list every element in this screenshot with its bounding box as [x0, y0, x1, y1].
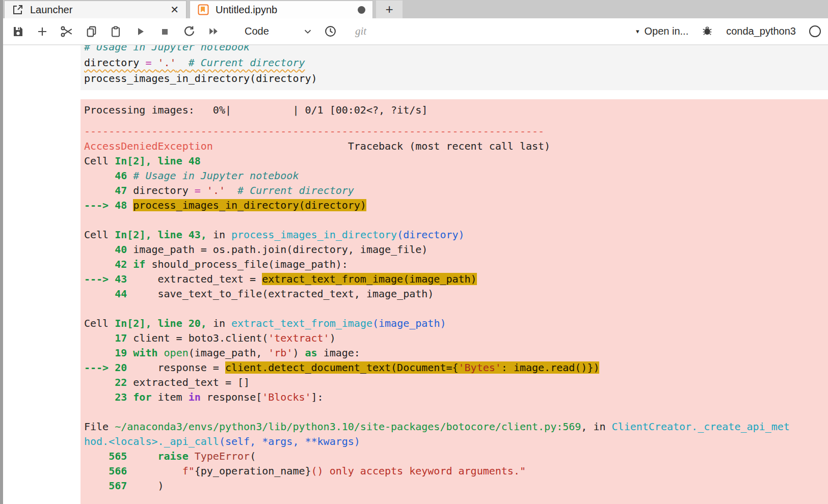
code-line	[84, 213, 828, 228]
run-cell-button[interactable]	[132, 24, 148, 39]
code-line: hod.<locals>._api_call(self, *args, **kw…	[84, 434, 828, 449]
code-line: 40 image_path = os.path.join(directory, …	[84, 242, 828, 257]
code-span: # Usage in Jupyter notebook	[84, 45, 250, 53]
code-line: Processing images: 0%| | 0/1 [00:02<?, ?…	[84, 103, 828, 118]
code-span: 40	[84, 243, 133, 256]
code-span: (directory)	[397, 229, 464, 241]
code-span: Cell	[84, 229, 115, 241]
code-line: AccessDeniedException Traceback (most re…	[84, 139, 828, 154]
code-line: 22 extracted_text = []	[84, 375, 828, 390]
code-line: # Usage in Jupyter notebook	[84, 45, 828, 55]
code-span: )	[133, 480, 164, 492]
code-span: () only accepts keyword arguments."	[311, 465, 526, 477]
code-line	[84, 301, 828, 316]
code-span: AccessDeniedException	[84, 140, 213, 152]
code-span: process_images_in_directory(directory)	[133, 199, 366, 211]
code-span: open	[164, 347, 189, 359]
code-span: 'Blocks'	[262, 391, 311, 403]
code-line: 47 directory = '.' # Current directory	[84, 183, 828, 198]
jupyterlab-window: Launcher ✕ Untitled.ipynb +	[0, 0, 828, 504]
code-span: raise	[158, 450, 195, 462]
restart-kernel-button[interactable]	[181, 24, 197, 39]
code-span: client = boto3.client(	[133, 332, 268, 344]
history-clock-icon[interactable]	[323, 24, 338, 39]
code-span: response =	[133, 361, 225, 374]
kernel-name[interactable]: conda_python3	[726, 25, 796, 37]
code-span: with	[133, 347, 164, 359]
notebook-toolbar: Code git ▾ Open in... conda_python3	[0, 18, 828, 45]
code-span: '.'	[158, 57, 176, 69]
code-span: In[2], line 48	[115, 155, 201, 167]
cell-type-dropdown[interactable]: Code	[245, 25, 313, 37]
open-in-dropdown[interactable]: ▾ Open in...	[636, 25, 688, 37]
code-span: 'textract'	[268, 332, 329, 344]
code-span	[176, 57, 189, 69]
code-span	[201, 184, 207, 197]
code-span	[133, 450, 157, 462]
code-span: 565	[84, 450, 133, 462]
code-line: 46 # Usage in Jupyter notebook	[84, 169, 828, 183]
new-tab-button[interactable]: +	[376, 1, 403, 18]
traceback-text: ----------------------------------------…	[84, 124, 828, 493]
code-span: Processing images: 0%| | 0/1 [00:02<?, ?…	[84, 104, 428, 116]
input-code: # Usage in Jupyter notebookdirectory = '…	[84, 45, 828, 87]
debugger-bug-icon[interactable]	[702, 25, 713, 38]
tab-launcher[interactable]: Launcher ✕	[4, 1, 186, 18]
code-span: should_process_file(image_path):	[151, 258, 348, 270]
notebook-input-cell[interactable]: # Usage in Jupyter notebookdirectory = '…	[81, 45, 828, 90]
save-button[interactable]	[10, 24, 25, 39]
caret-down-icon: ▾	[636, 27, 639, 35]
code-span: 567	[84, 480, 133, 492]
code-span: {py_operation_name}	[195, 465, 311, 477]
code-span: # Usage in Jupyter notebook	[133, 170, 299, 182]
code-span: process_images_in_directory(directory)	[84, 72, 317, 85]
restart-run-all-button[interactable]	[206, 24, 221, 39]
chevron-down-icon	[302, 26, 313, 37]
tab-notebook[interactable]: Untitled.ipynb	[190, 1, 373, 18]
code-span: 19	[84, 347, 133, 359]
code-line: 566 f"{py_operation_name}() only accepts…	[84, 464, 828, 479]
code-span: extract_text_from_image	[231, 317, 372, 329]
code-line: 17 client = boto3.client('textract')	[84, 331, 828, 346]
code-span: ----------------------------------------…	[84, 125, 544, 137]
code-span: (	[250, 450, 256, 462]
interrupt-kernel-button[interactable]	[157, 24, 172, 39]
code-line: 42 if should_process_file(image_path):	[84, 257, 828, 272]
code-span: Cell	[84, 317, 115, 329]
code-span: File	[84, 421, 115, 433]
code-span: ]:	[311, 391, 324, 403]
code-span: 566	[84, 465, 133, 477]
code-span: =	[195, 184, 201, 197]
unsaved-changes-dot[interactable]	[358, 6, 365, 14]
code-span: hod.<locals>._api_call	[84, 435, 219, 447]
code-span: response[	[207, 391, 262, 403]
code-span: in	[207, 229, 231, 241]
code-span: for	[133, 391, 157, 403]
toolbar-right-group: ▾ Open in... conda_python3	[636, 25, 821, 38]
code-span: f"	[182, 465, 195, 477]
code-span: ---> 20	[84, 361, 133, 374]
code-span: 'Bytes'	[459, 361, 501, 374]
cut-cells-button[interactable]	[59, 24, 74, 39]
code-span: # Current directory	[189, 57, 305, 69]
code-span: 23	[84, 391, 133, 403]
code-span: extract_text_from_image(image_path)	[262, 273, 476, 285]
code-line: directory = '.' # Current directory	[84, 55, 828, 71]
code-span: 22	[84, 376, 133, 388]
code-span: process_images_in_directory	[231, 229, 397, 241]
code-line: 567 )	[84, 479, 828, 493]
code-span: )	[292, 347, 305, 359]
paste-cells-button[interactable]	[108, 24, 123, 39]
insert-cell-button[interactable]	[35, 24, 50, 39]
code-span	[213, 140, 348, 152]
cell-type-value: Code	[245, 25, 269, 37]
code-span: In[2], line 20,	[115, 317, 207, 329]
code-line: Cell In[2], line 43, in process_images_i…	[84, 228, 828, 242]
code-span: Traceback (most recent call last)	[348, 140, 550, 152]
copy-cells-button[interactable]	[84, 24, 99, 39]
code-line	[84, 405, 828, 419]
code-span: 44	[84, 288, 133, 300]
code-span: image:	[324, 347, 360, 359]
kernel-status-icon[interactable]	[809, 25, 821, 37]
close-icon[interactable]: ✕	[170, 4, 179, 16]
